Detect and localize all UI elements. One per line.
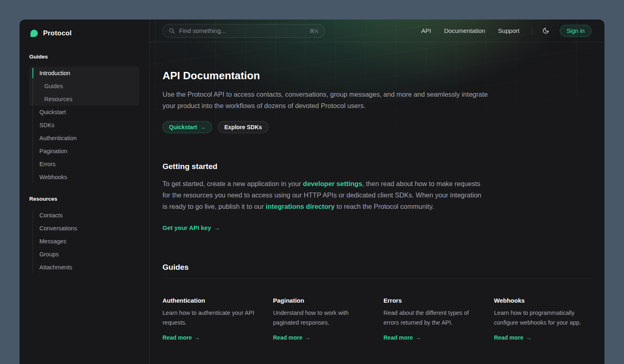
nav-link-support[interactable]: Support	[498, 27, 520, 34]
card-title: Authentication	[162, 297, 260, 304]
page-title: API Documentation	[162, 69, 592, 82]
sidebar-item-introduction-resources[interactable]: Resources	[29, 93, 139, 106]
getting-started-section: Getting started To get started, create a…	[162, 162, 592, 232]
guide-card-pagination: Pagination Understand how to work with p…	[273, 297, 370, 341]
quickstart-button[interactable]: Quickstart →	[162, 121, 212, 133]
read-more-label: Read more	[162, 334, 192, 341]
getting-started-body: To get started, create a new application…	[162, 178, 488, 212]
search-shortcut-hint: ⌘K	[309, 28, 319, 34]
explore-sdks-button[interactable]: Explore SDKs	[218, 121, 269, 133]
card-title: Errors	[384, 297, 481, 304]
read-more-link-errors[interactable]: Read more →	[384, 334, 421, 341]
sidebar-item-webhooks[interactable]: Webhooks	[29, 171, 139, 184]
arrow-right-icon: →	[526, 334, 531, 341]
sidebar-item-messages[interactable]: Messages	[29, 235, 139, 248]
theme-toggle-button[interactable]	[541, 26, 551, 36]
sidebar-nav-guides: Introduction Guides Resources Quickstart…	[29, 67, 139, 184]
sidebar-item-introduction-guides[interactable]: Guides	[29, 80, 139, 93]
sidebar-item-introduction[interactable]: Introduction	[29, 67, 139, 80]
header-divider	[532, 27, 532, 35]
brand-logo[interactable]: Protocol	[29, 28, 139, 39]
arrow-right-icon: →	[200, 124, 206, 130]
integrations-directory-link[interactable]: integrations directory	[266, 203, 335, 210]
sidebar-item-pagination[interactable]: Pagination	[29, 145, 139, 158]
top-header: Find something... ⌘K API Documentation S…	[150, 20, 604, 42]
guides-heading: Guides	[162, 262, 592, 272]
search-icon	[169, 28, 175, 34]
guide-card-authentication: Authentication Learn how to authenticate…	[162, 297, 260, 341]
arrow-right-icon: →	[415, 334, 421, 341]
hero-actions: Quickstart → Explore SDKs	[162, 121, 592, 133]
guide-card-webhooks: Webhooks Learn how to programmatically c…	[494, 297, 592, 341]
sidebar-item-sdks[interactable]: SDKs	[29, 119, 139, 132]
get-api-key-link[interactable]: Get your API key →	[162, 224, 220, 231]
sidebar-item-conversations[interactable]: Conversations	[29, 222, 139, 235]
arrow-right-icon: →	[305, 334, 310, 341]
guide-cards: Authentication Learn how to authenticate…	[162, 297, 592, 341]
card-title: Pagination	[273, 297, 370, 304]
gs-text-1: To get started, create a new application…	[162, 180, 303, 187]
sidebar-item-authentication[interactable]: Authentication	[29, 132, 139, 145]
sidebar-section-title-resources: Resources	[29, 196, 139, 202]
quickstart-button-label: Quickstart	[169, 124, 197, 130]
page-intro: Use the Protocol API to access contacts,…	[162, 89, 502, 111]
moon-icon	[542, 27, 549, 34]
nav-link-documentation[interactable]: Documentation	[444, 27, 485, 34]
sidebar-nav-resources: Contacts Conversations Messages Groups A…	[29, 209, 139, 274]
read-more-link-pagination[interactable]: Read more →	[273, 334, 310, 341]
sidebar-item-contacts[interactable]: Contacts	[29, 209, 139, 222]
search-placeholder: Find something...	[179, 27, 226, 34]
protocol-logo-icon	[29, 28, 39, 38]
gs-text-3: to reach the Protocol community.	[335, 203, 434, 210]
card-description: Understand how to work with paginated re…	[273, 308, 370, 327]
card-title: Webhooks	[494, 297, 592, 304]
guide-card-errors: Errors Read about the different types of…	[384, 297, 481, 341]
getting-started-heading: Getting started	[162, 162, 592, 171]
sidebar-item-errors[interactable]: Errors	[29, 158, 139, 171]
read-more-link-webhooks[interactable]: Read more →	[494, 334, 531, 341]
brand-name: Protocol	[43, 29, 72, 37]
sidebar-item-groups[interactable]: Groups	[29, 248, 139, 261]
read-more-label: Read more	[384, 334, 413, 341]
developer-settings-link[interactable]: developer settings	[303, 180, 362, 187]
card-description: Learn how to programmatically configure …	[494, 308, 592, 327]
main-content: API Documentation Use the Protocol API t…	[150, 42, 604, 364]
sidebar-item-quickstart[interactable]: Quickstart	[29, 106, 139, 119]
sidebar: Protocol Guides Introduction Guides Reso…	[20, 20, 150, 364]
arrow-right-icon: →	[214, 224, 220, 231]
header-nav: API Documentation Support Sign in	[421, 25, 592, 37]
nav-link-api[interactable]: API	[421, 27, 431, 34]
get-api-key-label: Get your API key	[162, 224, 211, 231]
sign-in-button[interactable]: Sign in	[560, 25, 592, 37]
card-description: Learn how to authenticate your API reque…	[162, 308, 260, 327]
explore-sdks-button-label: Explore SDKs	[224, 124, 262, 130]
sidebar-section-title-guides: Guides	[29, 54, 139, 60]
card-description: Read about the different types of errors…	[384, 308, 481, 327]
app-window: Protocol Guides Introduction Guides Reso…	[20, 20, 604, 364]
section-divider	[162, 278, 592, 279]
read-more-label: Read more	[273, 334, 302, 341]
main-panel: Find something... ⌘K API Documentation S…	[150, 20, 604, 364]
arrow-right-icon: →	[194, 334, 200, 341]
guides-section: Guides Authentication Learn how to authe…	[162, 262, 592, 341]
sidebar-active-indicator	[32, 68, 33, 78]
search-input[interactable]: Find something... ⌘K	[162, 24, 325, 38]
read-more-link-authentication[interactable]: Read more →	[162, 334, 200, 341]
read-more-label: Read more	[494, 334, 523, 341]
sidebar-item-attachments[interactable]: Attachments	[29, 261, 139, 274]
